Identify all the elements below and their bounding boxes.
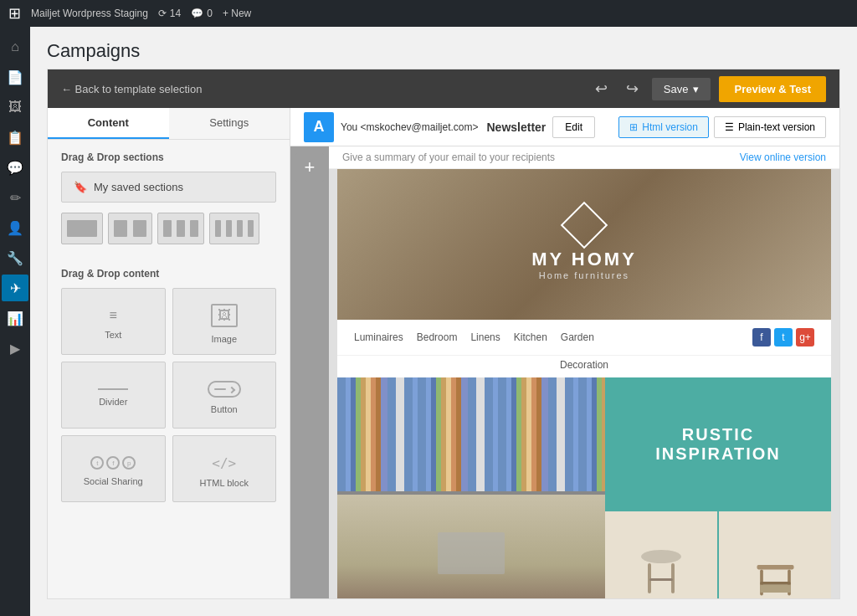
right-panel: A You <mskochev@mailjet.com> Newsletter … <box>290 108 839 598</box>
svg-rect-3 <box>649 578 673 581</box>
content-item-button-label: Button <box>211 404 238 414</box>
image-left-bookshelf <box>337 377 605 598</box>
content-item-html[interactable]: </> HTML block <box>172 435 277 502</box>
preview-area: + Give a summary of your email to your r… <box>290 146 839 598</box>
sidebar-icon-pages[interactable]: 📋 <box>2 124 28 151</box>
version-a-badge: A <box>304 112 334 142</box>
plain-version-button[interactable]: ☰ Plain-text version <box>714 116 826 138</box>
nav-bedroom[interactable]: Bedroom <box>417 331 458 343</box>
editor-toolbar: ← Back to template selection ↩ ↪ Save ▾ … <box>48 69 839 108</box>
sidebar-icon-dashboard[interactable]: ⌂ <box>2 33 28 60</box>
editor-container: ← Back to template selection ↩ ↪ Save ▾ … <box>47 69 840 599</box>
svg-rect-2 <box>671 563 675 593</box>
content-settings-tabs: Content Settings <box>48 108 290 140</box>
html-version-button[interactable]: ⊞ Html version <box>618 116 709 138</box>
dnd-content-panel: Drag & Drop content ≡ Text 🖼 Image <box>48 256 290 517</box>
wp-admin-sidebar: ⌂ 📄 🖼 📋 💬 ✏ 👤 🔧 ✈ 📊 ▶ <box>0 27 30 616</box>
my-saved-sections-button[interactable]: 🔖 My saved sections <box>61 172 276 203</box>
view-online-link[interactable]: View online version <box>740 151 826 163</box>
content-item-image[interactable]: 🖼 Image <box>172 288 277 355</box>
email-name: Newsletter <box>486 121 546 134</box>
bookmark-icon: 🔖 <box>74 181 87 193</box>
wp-updates[interactable]: ⟳ 14 <box>158 8 181 19</box>
sidebar-icon-mailjet[interactable]: ✈ <box>2 275 28 301</box>
wp-new[interactable]: + New <box>223 8 251 19</box>
version-a-label-row: A You <mskochev@mailjet.com> Newsletter … <box>304 112 595 142</box>
content-item-text[interactable]: ≡ Text <box>61 288 166 355</box>
left-panel: Content Settings Drag & Drop sections 🔖 … <box>48 108 290 598</box>
redo-button[interactable]: ↪ <box>621 76 644 101</box>
nav-kitchen[interactable]: Kitchen <box>514 331 547 343</box>
dnd-sections-panel: Drag & Drop sections 🔖 My saved sections <box>48 140 290 256</box>
page-title: Campaigns <box>47 40 840 62</box>
tab-content[interactable]: Content <box>48 108 169 139</box>
add-section-strip: + <box>290 146 329 598</box>
social-icon: t f p <box>90 456 136 470</box>
hero-brand-name: MY HOMY <box>531 249 637 270</box>
page-title-bar: Campaigns <box>30 27 857 69</box>
undo-button[interactable]: ↩ <box>590 76 613 101</box>
tab-settings[interactable]: Settings <box>169 108 290 139</box>
sidebar-icon-stats[interactable]: 📊 <box>2 305 28 331</box>
email-image-grid: RUSTIC INSPIRATION <box>337 377 831 598</box>
content-item-social[interactable]: t f p Social Sharing <box>61 435 166 502</box>
sidebar-icon-person[interactable]: 👤 <box>2 214 28 241</box>
stool-svg <box>636 547 686 598</box>
hero-content: MY HOMY Home furnitures <box>531 208 637 280</box>
svg-rect-1 <box>648 563 651 593</box>
sidebar-icon-media[interactable]: 🖼 <box>2 94 28 121</box>
image-right: RUSTIC INSPIRATION <box>605 377 831 598</box>
nav-linens[interactable]: Linens <box>470 331 500 343</box>
content-area: Campaigns ← Back to template selection ↩… <box>30 27 857 616</box>
sidebar-icon-pencil[interactable]: ✏ <box>2 184 28 211</box>
toolbar-right: ↩ ↪ Save ▾ Preview & Test <box>590 76 826 102</box>
nav-links: Luminaires Bedroom Linens Kitchen Garden <box>354 331 594 343</box>
sidebar-icon-tools[interactable]: 🔧 <box>2 244 28 271</box>
nav-luminaires[interactable]: Luminaires <box>354 331 403 343</box>
save-button[interactable]: Save ▾ <box>652 78 711 100</box>
divider-icon <box>98 388 128 390</box>
preview-test-button[interactable]: Preview & Test <box>719 76 826 102</box>
googleplus-icon[interactable]: g+ <box>796 328 814 346</box>
button-icon <box>208 381 241 398</box>
content-item-divider[interactable]: Divider <box>61 362 166 429</box>
content-item-image-label: Image <box>211 334 237 344</box>
version-switches: ⊞ Html version ☰ Plain-text version <box>618 116 826 138</box>
editor-body: Content Settings Drag & Drop sections 🔖 … <box>48 108 839 598</box>
preview-preheader: Give a summary of your email to your rec… <box>329 146 839 169</box>
hero-sub-title: Home furnitures <box>531 270 637 280</box>
layout-1col[interactable] <box>61 213 103 244</box>
layout-4col[interactable] <box>209 213 259 244</box>
wp-logo-icon[interactable]: ⊞ <box>8 4 21 23</box>
wp-comments[interactable]: 💬 0 <box>191 8 213 19</box>
bookshelf-image <box>337 377 605 598</box>
hero-diamond-icon <box>561 202 608 249</box>
layout-2col[interactable] <box>108 213 152 244</box>
image-icon: 🖼 <box>211 304 238 327</box>
email-nav: Luminaires Bedroom Linens Kitchen Garden… <box>337 320 831 356</box>
facebook-icon[interactable]: f <box>752 328 771 346</box>
furniture-stool <box>605 511 717 598</box>
main-layout: ⌂ 📄 🖼 📋 💬 ✏ 👤 🔧 ✈ 📊 ▶ Campaigns ← Back t… <box>0 27 857 616</box>
svg-point-0 <box>641 550 681 563</box>
layout-3col[interactable] <box>157 213 204 244</box>
email-decoration: Decoration <box>337 356 831 377</box>
sidebar-icon-posts[interactable]: 📄 <box>2 64 28 90</box>
content-item-button[interactable]: Button <box>172 362 277 429</box>
nav-garden[interactable]: Garden <box>561 331 594 343</box>
html-version-icon: ⊞ <box>629 121 638 133</box>
dnd-content-title: Drag & Drop content <box>61 268 276 280</box>
content-item-divider-label: Divider <box>99 397 127 407</box>
wp-site-name[interactable]: Mailjet Wordpress Staging <box>31 8 148 19</box>
email-info: You <mskochev@mailjet.com> Newsletter <box>341 121 546 134</box>
furniture-side-table <box>719 511 831 598</box>
rustic-inspiration-text: RUSTIC INSPIRATION <box>622 425 814 464</box>
back-to-template-link[interactable]: ← Back to template selection <box>61 83 202 95</box>
add-section-button[interactable]: + <box>295 153 324 182</box>
sidebar-icon-play[interactable]: ▶ <box>2 335 28 362</box>
content-item-html-label: HTML block <box>200 478 249 488</box>
sidebar-icon-comments[interactable]: 💬 <box>2 154 28 181</box>
edit-email-button[interactable]: Edit <box>552 116 595 138</box>
email-preview[interactable]: Give a summary of your email to your rec… <box>329 146 839 598</box>
twitter-icon[interactable]: t <box>774 328 793 346</box>
